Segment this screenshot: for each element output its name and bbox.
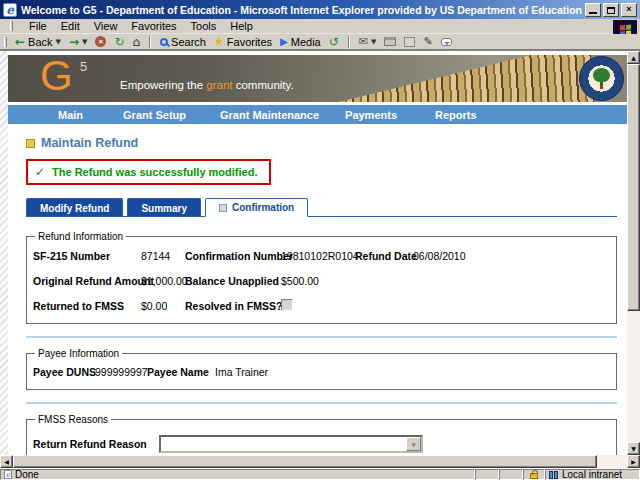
vertical-scrollbar[interactable]: ▲ ▼	[627, 51, 640, 455]
tab-modify-refund[interactable]: Modify Refund	[26, 198, 123, 216]
balance-unapplied-value: $500.00	[281, 275, 355, 287]
nav-payments[interactable]: Payments	[345, 109, 397, 121]
scroll-left-button[interactable]: ◀	[0, 455, 13, 468]
print-icon	[384, 37, 396, 46]
original-amount-label: Original Refund Amount	[33, 275, 141, 287]
home-icon: ⌂	[132, 36, 140, 48]
mail-button[interactable]: ✉ ▼	[357, 36, 379, 47]
window-title: Welcome to G5 - Department of Education …	[21, 4, 585, 16]
menu-favorites[interactable]: Favorites	[131, 20, 176, 32]
refund-information-legend: Refund Information	[35, 231, 126, 242]
menu-tools[interactable]: Tools	[191, 20, 217, 32]
messenger-button[interactable]: ✎	[421, 36, 434, 47]
refund-date-value: 06/08/2010	[413, 250, 608, 262]
tab-confirmation[interactable]: Confirmation	[205, 198, 308, 217]
chevron-down-icon[interactable]: ▼	[406, 437, 421, 451]
vertical-scroll-thumb[interactable]	[627, 64, 640, 311]
status-message-panel: e Done	[0, 469, 475, 480]
discuss-icon	[441, 38, 452, 46]
g5-banner: G 5 Empowering the grant community.	[8, 55, 627, 102]
back-button[interactable]: ← Back ▼	[13, 36, 63, 48]
library-photo-swoosh	[291, 55, 595, 102]
return-reason-label: Return Refund Reason	[33, 438, 159, 450]
back-dropdown-icon[interactable]: ▼	[56, 38, 61, 46]
history-icon: ↺	[329, 36, 339, 48]
favorites-icon: ★	[214, 36, 224, 47]
home-button[interactable]: ⌂	[130, 36, 142, 48]
fmss-reasons-legend: FMSS Reasons	[35, 414, 111, 425]
page-title-icon	[26, 139, 35, 148]
minimize-button[interactable]	[585, 3, 601, 17]
confirmation-number-value: 19810102R0104	[281, 250, 355, 262]
history-button[interactable]: ↺	[327, 36, 341, 48]
page-title: Maintain Refund	[41, 136, 138, 150]
original-amount-value: $1,000.00	[141, 275, 185, 287]
menu-edit[interactable]: Edit	[61, 20, 80, 32]
department-of-education-seal	[579, 56, 624, 101]
menu-file[interactable]: File	[29, 20, 47, 32]
menu-view[interactable]: View	[94, 20, 118, 32]
search-button[interactable]: Search	[158, 36, 208, 48]
standard-toolbar: ← Back ▼ → ▼ × ↻ ⌂ Search ★ Favorites ▶ …	[0, 34, 640, 50]
payee-information-legend: Payee Information	[35, 348, 122, 359]
status-bar: e Done Local intranet	[0, 468, 640, 480]
checkmark-icon: ✓	[35, 165, 45, 179]
favorites-button[interactable]: ★ Favorites	[212, 36, 274, 48]
section-divider	[26, 402, 617, 404]
mail-dropdown-icon[interactable]: ▼	[371, 38, 376, 46]
payee-row: Payee DUNS 999999997 Payee Name Ima Trai…	[33, 360, 608, 384]
refresh-icon: ↻	[114, 36, 124, 48]
tab-summary[interactable]: Summary	[127, 198, 201, 216]
horizontal-scroll-thumb[interactable]	[13, 455, 597, 468]
status-panel	[475, 469, 499, 480]
forward-icon: →	[69, 36, 79, 48]
menu-help[interactable]: Help	[230, 20, 253, 32]
payee-duns-label: Payee DUNS	[33, 366, 95, 378]
edit-button[interactable]	[402, 37, 417, 47]
horizontal-scrollbar[interactable]: ◀ ▶	[0, 455, 640, 468]
g5-logo: G	[40, 55, 73, 99]
return-reason-select[interactable]: ▼	[159, 435, 423, 453]
confirmation-tab-icon	[219, 204, 227, 212]
banner-tagline: Empowering the grant community.	[120, 79, 294, 91]
media-button[interactable]: ▶ Media	[278, 36, 323, 48]
page-title-row: Maintain Refund	[26, 136, 617, 150]
forward-button[interactable]: → ▼	[67, 36, 89, 48]
refresh-button[interactable]: ↻	[112, 36, 126, 48]
edit-page-icon	[404, 37, 415, 47]
lock-icon	[530, 473, 538, 479]
nav-main[interactable]: Main	[58, 109, 83, 121]
restore-icon	[607, 7, 615, 14]
nav-grant-maintenance[interactable]: Grant Maintenance	[220, 109, 319, 121]
print-button[interactable]	[382, 37, 398, 46]
refund-row-3: Returned to FMSS $0.00 Resolved in FMSS?	[33, 293, 608, 318]
resolved-fmss-checkbox	[281, 299, 293, 311]
scroll-right-button[interactable]: ▶	[627, 455, 640, 468]
stop-button[interactable]: ×	[93, 36, 108, 47]
forward-dropdown-icon[interactable]: ▼	[82, 38, 87, 46]
nav-reports[interactable]: Reports	[435, 109, 477, 121]
scroll-up-button[interactable]: ▲	[627, 51, 640, 64]
payee-name-value: Ima Trainer	[215, 366, 608, 378]
close-button[interactable]: ×	[621, 3, 637, 17]
search-icon	[160, 38, 168, 46]
window-titlebar: e Welcome to G5 - Department of Educatio…	[0, 0, 640, 19]
toolbar-grip	[10, 21, 13, 31]
sf215-label: SF-215 Number	[33, 250, 141, 262]
scroll-down-button[interactable]: ▼	[627, 442, 640, 455]
media-icon: ▶	[280, 36, 288, 47]
section-divider	[26, 336, 617, 338]
menu-bar: File Edit View Favorites Tools Help	[0, 19, 640, 34]
status-text: Done	[15, 469, 39, 480]
refund-information-section: Refund Information SF-215 Number 87144 C…	[26, 231, 617, 324]
ie-logo-icon: e	[3, 3, 17, 17]
nav-grant-setup[interactable]: Grant Setup	[123, 109, 186, 121]
returned-fmss-label: Returned to FMSS	[33, 300, 141, 312]
stop-icon: ×	[95, 36, 106, 47]
main-area: Maintain Refund ✓ The Refund was success…	[8, 136, 627, 455]
payee-information-section: Payee Information Payee DUNS 999999997 P…	[26, 348, 617, 390]
security-panel	[523, 469, 545, 480]
discuss-button[interactable]	[439, 38, 454, 46]
restore-button[interactable]	[603, 3, 619, 17]
toolbar-separator	[348, 36, 350, 48]
